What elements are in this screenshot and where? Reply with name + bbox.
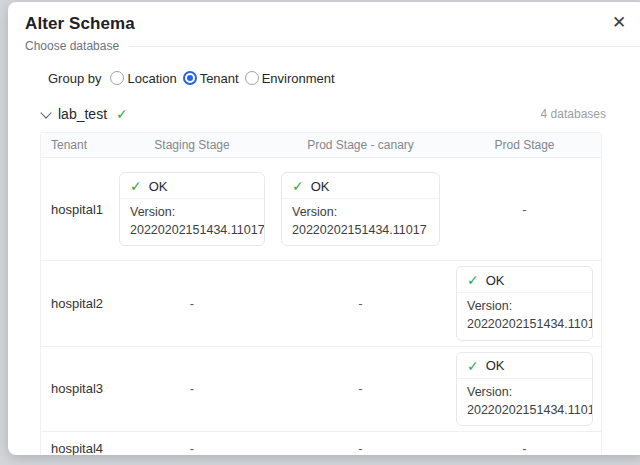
stage-cell: - <box>111 347 273 432</box>
stage-cell: ✓ OK Version: 20220202151434.11017 <box>448 347 601 432</box>
column-header-staging-stage: Staging Stage <box>111 133 273 158</box>
radio-option-tenant[interactable]: Tenant <box>183 71 239 86</box>
table-row-hospital3: hospital3 - - ✓ OK <box>41 347 601 432</box>
stage-cell: - <box>111 432 273 455</box>
database-group-name[interactable]: lab_test <box>58 106 107 122</box>
close-icon[interactable]: ✕ <box>608 12 630 34</box>
empty-stage-dash: - <box>358 296 362 311</box>
card-status-row: ✓ OK <box>282 173 439 198</box>
version-value: 20220202151434.11017 <box>130 221 254 239</box>
status-card: ✓ OK Version: 20220202151434.11017 <box>281 172 440 246</box>
modal-header: Alter Schema ✕ <box>8 2 640 34</box>
empty-stage-dash: - <box>522 441 526 455</box>
version-label: Version: <box>467 297 582 315</box>
empty-stage-dash: - <box>190 381 194 396</box>
table-row-hospital4: hospital4 - - - <box>41 432 601 455</box>
status-card: ✓ OK Version: 20220202151434.11017 <box>456 266 593 340</box>
check-icon: ✓ <box>130 178 142 194</box>
table-header-row: Tenant Staging Stage Prod Stage - canary… <box>41 133 601 158</box>
radio-location-label[interactable]: Location <box>127 71 176 86</box>
radio-tenant-icon[interactable] <box>183 71 197 85</box>
chevron-down-icon[interactable] <box>40 107 51 118</box>
version-label: Version: <box>130 203 254 221</box>
empty-stage-dash: - <box>522 202 526 217</box>
card-status-row: ✓ OK <box>120 173 264 198</box>
database-count-label: 4 databases <box>541 107 606 121</box>
stage-cell: ✓ OK Version: 20220202151434.11017 <box>273 158 448 261</box>
check-icon: ✓ <box>467 272 479 288</box>
version-value: 20220202151434.11017 <box>467 315 582 333</box>
modal-title: Alter Schema <box>25 14 628 34</box>
status-card: ✓ OK Version: 20220202151434.11017 <box>119 172 265 246</box>
radio-tenant-label[interactable]: Tenant <box>200 71 239 86</box>
group-by-label: Group by <box>48 71 101 86</box>
status-card: ✓ OK Version: 20220202151434.11017 <box>456 352 593 426</box>
database-table: Tenant Staging Stage Prod Stage - canary… <box>40 132 602 455</box>
card-status-label: OK <box>149 179 168 194</box>
stage-cell: - <box>273 261 448 346</box>
empty-stage-dash: - <box>190 441 194 455</box>
check-icon: ✓ <box>467 358 479 374</box>
check-icon: ✓ <box>292 178 304 194</box>
card-version: Version: 20220202151434.11017 <box>457 293 592 339</box>
card-status-label: OK <box>486 358 505 373</box>
stage-cell: - <box>448 432 601 455</box>
version-value: 20220202151434.11017 <box>292 221 429 239</box>
tenant-name: hospital4 <box>41 432 111 455</box>
radio-option-environment[interactable]: Environment <box>245 71 335 86</box>
table-row-hospital1: hospital1 ✓ OK Version: 20220202151434.1… <box>41 158 601 261</box>
column-header-prod-stage: Prod Stage <box>448 133 601 158</box>
stage-cell: - <box>111 261 273 346</box>
tenant-name: hospital2 <box>41 261 111 346</box>
stage-cell: ✓ OK Version: 20220202151434.11017 <box>448 261 601 346</box>
card-version: Version: 20220202151434.11017 <box>282 199 439 245</box>
radio-location-icon[interactable] <box>110 71 124 85</box>
table-row-hospital2: hospital2 - - ✓ OK <box>41 261 601 346</box>
stage-cell: - <box>273 432 448 455</box>
card-version: Version: 20220202151434.11017 <box>120 199 264 245</box>
alter-schema-modal: Alter Schema ✕ Choose database Group by … <box>8 2 640 455</box>
column-header-prod-stage-canary: Prod Stage - canary <box>273 133 448 158</box>
radio-environment-label[interactable]: Environment <box>262 71 335 86</box>
version-label: Version: <box>467 383 582 401</box>
tenant-name: hospital3 <box>41 347 111 432</box>
group-by-row: Group by Location Tenant Environment <box>48 67 606 89</box>
subtitle-divider-line <box>129 46 640 47</box>
modal-body: Group by Location Tenant Environment lab… <box>8 67 640 455</box>
empty-stage-dash: - <box>190 296 194 311</box>
column-header-tenant: Tenant <box>41 133 111 158</box>
card-status-label: OK <box>486 273 505 288</box>
empty-stage-dash: - <box>358 441 362 455</box>
radio-option-location[interactable]: Location <box>110 71 176 86</box>
stage-cell: ✓ OK Version: 20220202151434.11017 <box>111 158 273 261</box>
card-version: Version: 20220202151434.11017 <box>457 379 592 425</box>
stage-cell: - <box>448 158 601 261</box>
empty-stage-dash: - <box>358 381 362 396</box>
modal-subtitle: Choose database <box>25 39 119 53</box>
version-label: Version: <box>292 203 429 221</box>
stage-cell: - <box>273 347 448 432</box>
card-status-row: ✓ OK <box>457 267 592 292</box>
tenant-name: hospital1 <box>41 158 111 261</box>
group-check-icon: ✓ <box>116 106 128 122</box>
card-status-label: OK <box>311 179 330 194</box>
database-group-header[interactable]: lab_test ✓ 4 databases <box>42 106 606 122</box>
modal-subtitle-row: Choose database <box>8 39 640 53</box>
version-value: 20220202151434.11017 <box>467 401 582 419</box>
radio-environment-icon[interactable] <box>245 71 259 85</box>
card-status-row: ✓ OK <box>457 353 592 378</box>
